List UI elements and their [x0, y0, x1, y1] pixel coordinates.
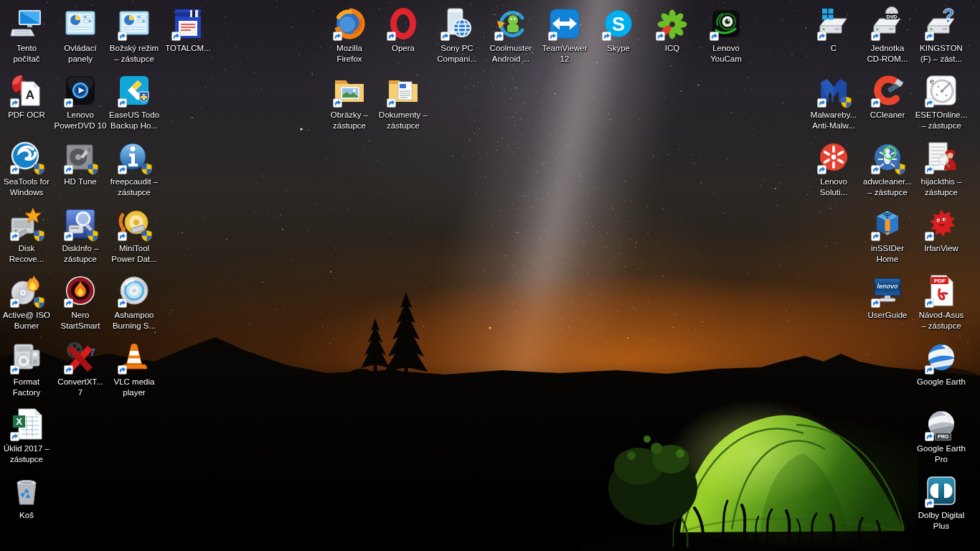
- desktop-icon-irfanview[interactable]: IrfanView: [911, 207, 971, 254]
- desktop-icon-label: PDF OCR: [0, 110, 57, 121]
- desktop-icon-label: hijackthis – zástupce: [911, 176, 971, 197]
- desktop-icon-label: IrfanView: [911, 243, 971, 254]
- shortcut-arrow-icon: [64, 298, 73, 308]
- shortcut-arrow-icon: [64, 232, 73, 241]
- desktop-icon-adwcleaner[interactable]: adwcleaner... – zástupce: [857, 140, 918, 197]
- desktop-icon-coolmuster-android[interactable]: Coolmuster Android ...: [481, 6, 541, 64]
- desktop-icon-kos[interactable]: Koš: [0, 474, 57, 521]
- recyclebin-icon: [9, 474, 44, 508]
- desktop-icon-label: Google Earth Pro: [911, 443, 971, 464]
- opera-icon: [386, 6, 420, 41]
- desktop-icon-seatools[interactable]: SeaTools for Windows: [0, 140, 57, 197]
- uac-shield-icon: [87, 230, 99, 242]
- pdfocr-icon: A: [9, 73, 44, 108]
- desktop-icon-jednotka-cdrom[interactable]: DVD Jednotka CD-ROM...: [857, 6, 918, 64]
- desktop-icon-vlc-media-player[interactable]: VLC media player: [104, 340, 164, 397]
- shortcut-arrow-icon: [118, 365, 127, 375]
- desktop-icon-convertxtodvd[interactable]: 7 ConvertXT... 7: [50, 340, 110, 397]
- svg-text:X: X: [16, 416, 22, 427]
- desktop-icon-ovladaci-panely[interactable]: Ovládací panely: [50, 6, 110, 64]
- desktop-icon-label: TOTALCM...: [158, 43, 218, 54]
- desktop-icon-drive-c[interactable]: C: [804, 6, 864, 54]
- desktop-icon-label: Disk Recove...: [0, 243, 57, 264]
- desktop-icon-ccleaner[interactable]: CCleaner: [857, 73, 918, 121]
- desktop-icon-icq[interactable]: ICQ: [642, 6, 702, 54]
- desktop-icon-label: CCleaner: [857, 110, 918, 121]
- svg-text:?: ?: [943, 6, 955, 27]
- svg-text:A: A: [26, 88, 34, 102]
- desktop-icon-nero-startsmart[interactable]: Nero StartSmart: [50, 273, 110, 331]
- desktop-icon-easeus-todo-backup[interactable]: EaseUS Todo Backup Ho...: [104, 73, 164, 131]
- shortcut-arrow-icon: [817, 32, 826, 41]
- shortcut-arrow-icon: [548, 32, 557, 41]
- desktop-icon-dokumenty[interactable]: Dokumenty – zástupce: [373, 73, 433, 131]
- desktop-icon-disk-recovery[interactable]: Disk Recove...: [0, 207, 57, 264]
- folderpic-icon: [332, 73, 367, 108]
- desktop-icon-teamviewer-12[interactable]: TeamViewer 12: [534, 6, 595, 64]
- shortcut-arrow-icon: [871, 232, 880, 241]
- desktop-icon-label: VLC media player: [104, 377, 164, 397]
- desktop-icon-diskinfo[interactable]: DiskInfo – zástupce: [50, 207, 110, 264]
- desktop-icon-opera[interactable]: Opera: [373, 6, 433, 54]
- desktop-icon-pdf-ocr[interactable]: A PDF OCR: [0, 73, 57, 121]
- desktop-icon-label: Dolby Digital Plus: [911, 510, 971, 531]
- desktop-surface[interactable]: Tento počítač Ovládací panely Božský rež…: [0, 0, 980, 551]
- shortcut-arrow-icon: [118, 98, 127, 108]
- desktop-icon-bozsky-rezim[interactable]: Božský režim – zástupce: [104, 6, 164, 64]
- eset-icon: e: [924, 73, 958, 108]
- desktop-icon-userguide[interactable]: lenovo UserGuide: [857, 273, 918, 321]
- desktop-icon-freepcaudit[interactable]: freepcaudit – zástupce: [104, 140, 164, 197]
- shortcut-arrow-icon: [602, 32, 611, 41]
- shortcut-arrow-icon: [925, 32, 934, 41]
- desktop-icon-label: Opera: [373, 43, 433, 54]
- desktop-icon-totalcmd[interactable]: TOTALCM...: [158, 6, 218, 54]
- desktop-icon-lenovo-youcam[interactable]: Lenovo YouCam: [696, 6, 756, 64]
- desktop-icon-uklid-2017[interactable]: X Úklid 2017 – zástupce: [0, 407, 57, 464]
- teamviewer-icon: [547, 6, 582, 41]
- desktop-icon-malwarebytes[interactable]: Malwareby... Anti-Malw...: [804, 73, 864, 131]
- desktop-icon-lenovo-solution[interactable]: Lenovo Soluti...: [804, 140, 864, 197]
- formatfactory-icon: [9, 340, 44, 375]
- desktop-icon-label: Active@ ISO Burner: [0, 310, 57, 331]
- uac-shield-icon: [33, 230, 45, 242]
- desktop-icon-lenovo-powerdvd[interactable]: Lenovo PowerDVD 10: [50, 73, 110, 131]
- desktop-icon-label: Lenovo PowerDVD 10: [50, 110, 110, 131]
- minitool-icon: [117, 207, 151, 241]
- shortcut-arrow-icon: [656, 32, 665, 41]
- hdtune-icon: [63, 140, 98, 174]
- firefox-icon: [332, 6, 367, 41]
- desktop-icon-navod-asus[interactable]: PDF Návod-Asus – zástupce: [911, 273, 971, 331]
- desktop-icon-skype[interactable]: S Skype: [588, 6, 649, 54]
- drivedvd-icon: DVD: [870, 6, 905, 41]
- desktop-icon-inssider-home[interactable]: inSSIDer Home: [857, 207, 918, 264]
- desktop-icon-format-factory[interactable]: Format Factory: [0, 340, 57, 397]
- desktop-icon-google-earth-pro[interactable]: PRO Google Earth Pro: [911, 407, 971, 464]
- desktop-icon-label: Jednotka CD-ROM...: [857, 43, 918, 64]
- desktop-icon-label: HD Tune: [50, 176, 110, 187]
- shortcut-arrow-icon: [118, 232, 127, 241]
- shortcut-arrow-icon: [64, 365, 73, 375]
- desktop-icon-label: DiskInfo – zástupce: [50, 243, 110, 264]
- desktop-icon-obrazky[interactable]: Obrázky – zástupce: [319, 73, 380, 131]
- desktop-icon-label: Nero StartSmart: [50, 310, 110, 331]
- desktop-icon-hijackthis[interactable]: hijackthis – zástupce: [911, 140, 971, 197]
- desktop-icon-minitool-power-data[interactable]: MiniTool Power Dat...: [104, 207, 164, 264]
- desktop-icon-label: Sony PC Compani...: [427, 43, 487, 64]
- desktop-icon-active-iso-burner[interactable]: Active@ ISO Burner: [0, 273, 57, 331]
- shortcut-arrow-icon: [925, 98, 934, 108]
- seatools-icon: [9, 140, 44, 174]
- youcam-icon: [709, 6, 743, 41]
- desktop-icon-ashampoo-burning[interactable]: Ashampoo Burning S...: [104, 273, 164, 331]
- desktop-icon-kingston-f[interactable]: ? KINGSTON (F) – zást...: [911, 6, 971, 64]
- pdfdoc-icon: PDF: [924, 273, 958, 308]
- desktop-icon-dolby-digital-plus[interactable]: Dolby Digital Plus: [911, 474, 971, 531]
- desktop-icon-mozilla-firefox[interactable]: Mozilla Firefox: [319, 6, 380, 64]
- desktop-icon-tento-pocitac[interactable]: Tento počítač: [0, 6, 57, 64]
- desktop-icon-eset-online[interactable]: e ESETOnline... – zástupce: [911, 73, 971, 131]
- powerdvd-icon: [63, 73, 98, 108]
- desktop-icon-google-earth[interactable]: Google Earth: [911, 340, 971, 387]
- desktop-icon-hd-tune[interactable]: HD Tune: [50, 140, 110, 187]
- shortcut-arrow-icon: [64, 98, 73, 108]
- desktop-icon-sony-pc-companion[interactable]: Sony PC Compani...: [427, 6, 487, 64]
- desktop-icon-label: Google Earth: [911, 377, 971, 387]
